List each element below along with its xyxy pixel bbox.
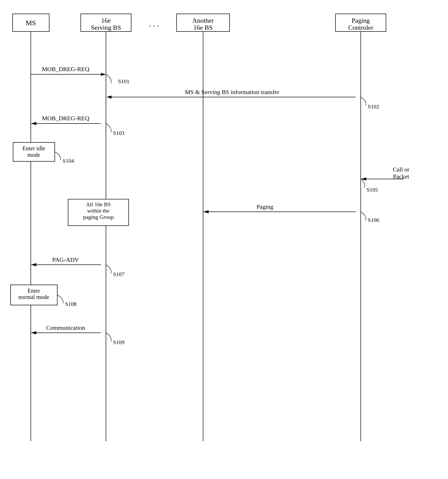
s107-label: S107 <box>113 271 124 277</box>
s104-box-label-2: mode <box>27 152 40 158</box>
s104-curve <box>55 152 61 160</box>
s105-arrowhead <box>361 177 366 181</box>
s109-msg: Communication <box>46 324 85 331</box>
s101-arrowhead <box>101 73 106 76</box>
serving-bs-label-2: Serving BS <box>91 24 121 31</box>
paging-ctrl-label-2: Controler <box>348 24 373 31</box>
s102-msg: MS & Serving BS information transfer <box>185 89 279 95</box>
diagram-container: MS 16e Serving BS . . . Another 16e BS P… <box>0 0 448 479</box>
s104-label: S104 <box>63 158 74 164</box>
s102-arrowhead <box>106 96 111 99</box>
s106-group-label-2: within the <box>87 207 110 214</box>
s103-msg: MOB_DREG-REQ <box>42 115 89 122</box>
s101-label: S101 <box>118 78 129 84</box>
s105-curve <box>361 179 365 188</box>
s109-curve <box>106 333 111 342</box>
s107-msg: PAG-ADV <box>52 256 79 263</box>
s102-label: S102 <box>368 103 379 110</box>
s107-arrowhead <box>31 263 36 266</box>
s105-msg-1: Call or <box>393 166 409 173</box>
s106-label: S106 <box>368 217 379 223</box>
another-bs-label-1: Another <box>192 17 214 24</box>
s103-curve <box>106 124 111 132</box>
sequence-diagram: MS 16e Serving BS . . . Another 16e BS P… <box>0 0 448 479</box>
s104-box-label-1: Enter idle <box>22 145 45 152</box>
s106-curve <box>361 212 366 221</box>
s106-arrowhead-1 <box>203 210 209 213</box>
ellipsis: . . . <box>149 19 159 28</box>
s106-group-label-1: All 16e BS <box>86 201 111 207</box>
s108-label: S108 <box>65 301 76 307</box>
s101-msg: MOB_DREG-REQ <box>42 66 89 72</box>
s108-box-label-2: normal mode <box>18 294 49 300</box>
serving-bs-label-1: 16e <box>101 17 111 24</box>
s103-label: S103 <box>113 130 124 136</box>
s107-curve <box>106 265 111 274</box>
s105-label: S105 <box>367 187 378 193</box>
s106-msg: Paging <box>257 203 273 210</box>
s108-box-label-1: Enter <box>27 288 40 294</box>
s102-curve <box>361 97 366 106</box>
s106-group-label-3: paging Group <box>83 214 114 220</box>
paging-ctrl-label-1: Paging <box>352 17 370 24</box>
s109-label: S109 <box>113 339 124 345</box>
s101-curve <box>106 74 111 83</box>
s109-arrowhead <box>31 331 36 334</box>
s105-msg-2: Packet <box>393 173 409 180</box>
s108-curve <box>57 295 63 303</box>
ms-label: MS <box>26 19 36 27</box>
s103-arrowhead <box>31 122 36 125</box>
another-bs-label-2: 16e BS <box>193 24 213 31</box>
